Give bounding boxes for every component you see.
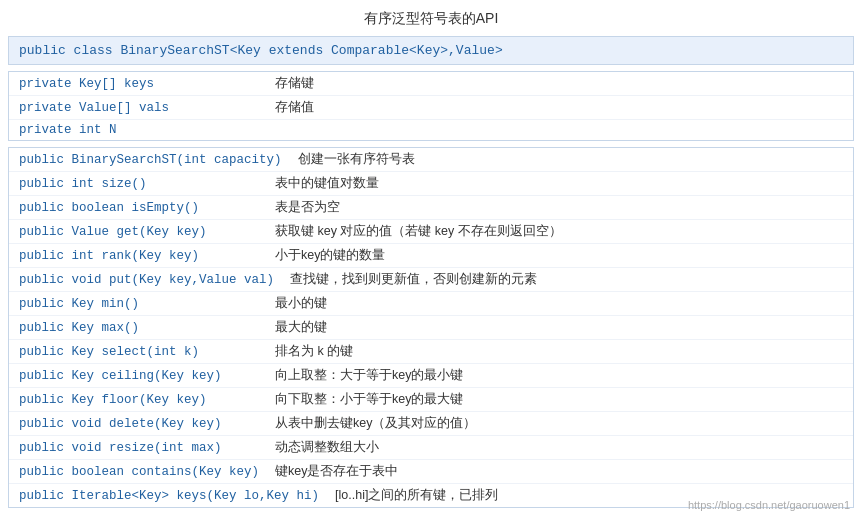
public-desc-6: 最小的键 [259,295,327,312]
public-code-2: public boolean isEmpty() [19,201,259,215]
private-desc-0: 存储键 [259,75,314,92]
public-code-3: public Value get(Key key) [19,225,259,239]
public-row-9: public Key ceiling(Key key)向上取整：大于等于key的… [9,364,853,388]
public-row-0: public BinarySearchST(int capacity)创建一张有… [9,148,853,172]
public-code-14: public Iterable<Key> keys(Key lo,Key hi) [19,489,319,503]
public-row-12: public void resize(int max)动态调整数组大小 [9,436,853,460]
public-code-4: public int rank(Key key) [19,249,259,263]
public-row-8: public Key select(int k)排名为 k 的键 [9,340,853,364]
private-row-2: private int N [9,120,853,140]
public-desc-3: 获取键 key 对应的值（若键 key 不存在则返回空） [259,223,562,240]
public-row-5: public void put(Key key,Value val)查找键，找到… [9,268,853,292]
public-row-1: public int size()表中的键值对数量 [9,172,853,196]
private-desc-1: 存储值 [259,99,314,116]
public-row-2: public boolean isEmpty()表是否为空 [9,196,853,220]
public-row-7: public Key max()最大的键 [9,316,853,340]
public-desc-7: 最大的键 [259,319,327,336]
public-desc-4: 小于key的键的数量 [259,247,385,264]
public-row-3: public Value get(Key key)获取键 key 对应的值（若键… [9,220,853,244]
public-code-13: public boolean contains(Key key) [19,465,259,479]
public-row-13: public boolean contains(Key key)键key是否存在… [9,460,853,484]
public-code-6: public Key min() [19,297,259,311]
page-title: 有序泛型符号表的API [0,0,862,36]
public-row-11: public void delete(Key key)从表中删去键key（及其对… [9,412,853,436]
watermark: https://blog.csdn.net/gaoruowen1 [688,499,850,511]
private-code-0: private Key[] keys [19,77,259,91]
public-section: public BinarySearchST(int capacity)创建一张有… [8,147,854,508]
public-code-1: public int size() [19,177,259,191]
public-code-5: public void put(Key key,Value val) [19,273,274,287]
public-code-11: public void delete(Key key) [19,417,259,431]
public-desc-13: 键key是否存在于表中 [259,463,398,480]
public-desc-10: 向下取整：小于等于key的最大键 [259,391,463,408]
class-header: public class BinarySearchST<Key extends … [8,36,854,65]
public-desc-9: 向上取整：大于等于key的最小键 [259,367,463,384]
public-code-7: public Key max() [19,321,259,335]
public-desc-5: 查找键，找到则更新值，否则创建新的元素 [274,271,537,288]
public-code-0: public BinarySearchST(int capacity) [19,153,282,167]
public-desc-1: 表中的键值对数量 [259,175,379,192]
private-row-0: private Key[] keys 存储键 [9,72,853,96]
private-section: private Key[] keys 存储键 private Value[] v… [8,71,854,141]
private-code-2: private int N [19,123,259,137]
public-row-4: public int rank(Key key)小于key的键的数量 [9,244,853,268]
public-code-9: public Key ceiling(Key key) [19,369,259,383]
public-desc-11: 从表中删去键key（及其对应的值） [259,415,476,432]
public-desc-12: 动态调整数组大小 [259,439,379,456]
public-desc-0: 创建一张有序符号表 [282,151,415,168]
private-row-1: private Value[] vals 存储值 [9,96,853,120]
public-code-8: public Key select(int k) [19,345,259,359]
private-code-1: private Value[] vals [19,101,259,115]
public-code-10: public Key floor(Key key) [19,393,259,407]
public-code-12: public void resize(int max) [19,441,259,455]
public-desc-14: [lo..hi]之间的所有键，已排列 [319,487,498,504]
public-row-6: public Key min()最小的键 [9,292,853,316]
public-row-10: public Key floor(Key key)向下取整：小于等于key的最大… [9,388,853,412]
public-desc-8: 排名为 k 的键 [259,343,353,360]
public-desc-2: 表是否为空 [259,199,340,216]
